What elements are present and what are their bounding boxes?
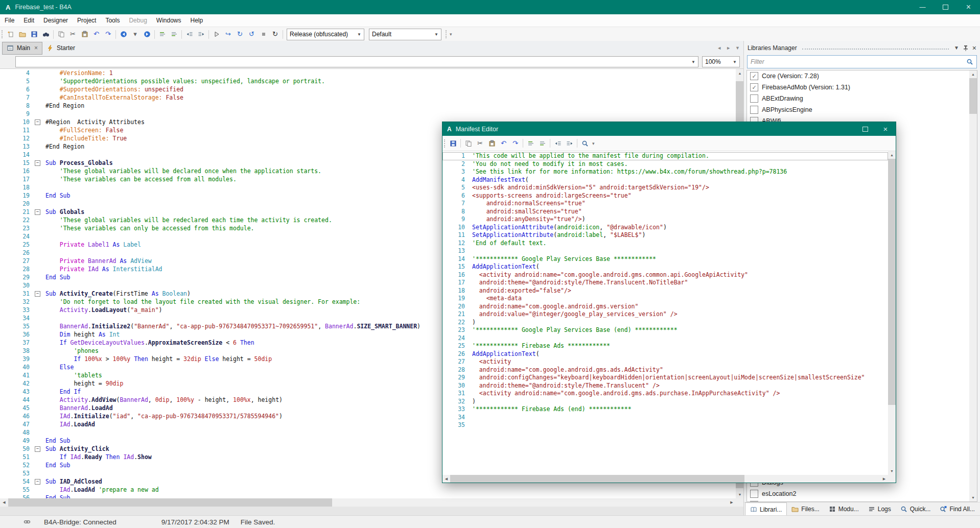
- fold-marker[interactable]: −: [35, 479, 40, 485]
- step-into-button[interactable]: ↪: [222, 28, 234, 40]
- manifest-comment-button[interactable]: [525, 137, 536, 150]
- menu-item-windows[interactable]: Windows: [152, 14, 186, 27]
- back-dropdown-button[interactable]: ▾: [129, 28, 141, 40]
- navigate-forward-button[interactable]: [141, 28, 153, 40]
- run-button[interactable]: [211, 28, 222, 40]
- pin-icon[interactable]: [962, 44, 969, 52]
- stop-button[interactable]: [258, 28, 269, 40]
- tab-scroll-right-icon[interactable]: ►: [726, 45, 731, 51]
- close-tab-icon[interactable]: ×: [34, 44, 38, 52]
- library-checkbox[interactable]: [750, 490, 758, 498]
- manifest-redo-button[interactable]: ↷: [509, 137, 521, 150]
- maximize-button[interactable]: [934, 0, 957, 14]
- undo-button[interactable]: ↶: [90, 28, 102, 40]
- panel-tab-logs[interactable]: Logs: [864, 503, 896, 516]
- library-checkbox[interactable]: [750, 501, 758, 502]
- comment-button[interactable]: [156, 28, 168, 40]
- libraries-scrollbar[interactable]: ▲ ▼: [969, 70, 977, 501]
- uncomment-button[interactable]: [168, 28, 180, 40]
- rebuild-button[interactable]: ↻: [269, 28, 281, 40]
- tab-starter[interactable]: Starter: [42, 42, 79, 54]
- manifest-paste-button[interactable]: [486, 137, 498, 150]
- paste-button[interactable]: [79, 28, 90, 40]
- open-button[interactable]: [16, 28, 28, 40]
- main-editor-horizontal-scrollbar[interactable]: ◀ ▶: [0, 498, 736, 507]
- manifest-outdent-button[interactable]: [552, 137, 564, 150]
- menu-item-tools[interactable]: Tools: [101, 14, 124, 27]
- manifest-save-button[interactable]: [447, 137, 459, 150]
- library-item[interactable]: ABExtDrawing: [747, 93, 969, 104]
- member-dropdown[interactable]: ▼: [15, 56, 698, 67]
- menu-item-debug[interactable]: Debug: [124, 14, 151, 27]
- menu-item-edit[interactable]: Edit: [19, 14, 39, 27]
- manifest-indent-button[interactable]: [564, 137, 575, 150]
- fold-marker[interactable]: −: [35, 160, 40, 166]
- menu-item-designer[interactable]: Designer: [39, 14, 73, 27]
- panel-tab-findall[interactable]: Find All...: [935, 503, 979, 516]
- panel-close-button[interactable]: ×: [972, 44, 976, 52]
- tab-main[interactable]: Main ×: [2, 42, 42, 55]
- fold-marker[interactable]: −: [35, 209, 40, 215]
- indent-button[interactable]: [195, 28, 207, 40]
- navigate-back-button[interactable]: [118, 28, 129, 40]
- save-button[interactable]: [28, 28, 40, 40]
- library-checkbox[interactable]: [750, 106, 758, 114]
- menu-item-file[interactable]: File: [0, 14, 19, 27]
- tab-list-chevron-icon[interactable]: ▼: [735, 45, 740, 51]
- editor-zoom-select[interactable]: 100% ▼: [702, 56, 740, 67]
- tab-scroll-left-icon[interactable]: ◄: [717, 45, 721, 51]
- scrollbar-thumb[interactable]: [8, 498, 332, 507]
- minimize-button[interactable]: —: [911, 0, 934, 14]
- library-checkbox[interactable]: ✓: [750, 83, 758, 91]
- toolbar-overflow-button[interactable]: ▾: [450, 32, 452, 37]
- library-item[interactable]: ABPhysicsEngine: [747, 104, 969, 115]
- find-in-files-button[interactable]: [40, 28, 52, 40]
- scroll-down-arrow-icon[interactable]: ▼: [969, 494, 977, 501]
- scroll-left-arrow-icon[interactable]: ◀: [0, 498, 8, 507]
- scroll-right-arrow-icon[interactable]: ▶: [728, 498, 736, 507]
- manifest-title-bar[interactable]: A Manifest Editor ×: [442, 122, 896, 136]
- cut-button[interactable]: ✂: [67, 28, 79, 40]
- step-out-button[interactable]: ↺: [246, 28, 258, 40]
- scrollbar-thumb[interactable]: [888, 159, 896, 405]
- library-item[interactable]: ✓ FirebaseAdMob (Version: 1.31): [747, 82, 969, 93]
- scroll-right-arrow-icon[interactable]: ▶: [880, 475, 888, 483]
- manifest-vertical-scrollbar[interactable]: ▲ ▼: [888, 151, 896, 475]
- library-checkbox[interactable]: [750, 94, 758, 103]
- scroll-up-arrow-icon[interactable]: ▲: [888, 151, 896, 159]
- library-filter-input[interactable]: Filter: [747, 55, 977, 68]
- panel-tab-quick[interactable]: Quick...: [896, 503, 936, 516]
- scroll-up-arrow-icon[interactable]: ▲: [969, 70, 977, 78]
- new-button[interactable]: [5, 28, 16, 40]
- build-profile-select[interactable]: Default ▼: [369, 29, 441, 40]
- manifest-close-button[interactable]: ×: [875, 125, 896, 133]
- outdent-button[interactable]: [183, 28, 195, 40]
- step-over-button[interactable]: ↻: [234, 28, 246, 40]
- close-button[interactable]: ×: [957, 0, 980, 14]
- library-item[interactable]: [747, 499, 969, 502]
- library-item[interactable]: ✓ Core (Version: 7.28): [747, 70, 969, 82]
- build-configuration-select[interactable]: Release (obfuscated) ▼: [287, 29, 364, 40]
- manifest-undo-button[interactable]: ↶: [498, 137, 509, 150]
- panel-menu-chevron-icon[interactable]: ▼: [954, 45, 959, 51]
- manifest-search-button[interactable]: [579, 137, 591, 150]
- panel-tab-files[interactable]: Files...: [787, 503, 824, 516]
- scroll-left-arrow-icon[interactable]: ◀: [442, 475, 450, 483]
- redo-button[interactable]: ↷: [102, 28, 114, 40]
- scrollbar-thumb[interactable]: [450, 475, 744, 483]
- library-checkbox[interactable]: ✓: [750, 72, 758, 80]
- menu-item-project[interactable]: Project: [73, 14, 101, 27]
- copy-button[interactable]: [55, 28, 67, 40]
- scroll-up-arrow-icon[interactable]: ▲: [736, 69, 744, 77]
- toolbar-overflow-button[interactable]: ▾: [592, 141, 595, 146]
- panel-tab-librari[interactable]: Librari...: [745, 502, 787, 516]
- manifest-cut-button[interactable]: ✂: [474, 137, 486, 150]
- manifest-uncomment-button[interactable]: [536, 137, 548, 150]
- scroll-down-arrow-icon[interactable]: ▼: [736, 490, 744, 498]
- panel-tab-modu[interactable]: Modu...: [824, 503, 864, 516]
- manifest-horizontal-scrollbar[interactable]: ◀ ▶: [442, 475, 888, 483]
- menu-item-help[interactable]: Help: [186, 14, 208, 27]
- fold-marker[interactable]: −: [35, 446, 40, 452]
- library-item[interactable]: esLocation2: [747, 488, 969, 499]
- fold-marker[interactable]: −: [35, 119, 40, 125]
